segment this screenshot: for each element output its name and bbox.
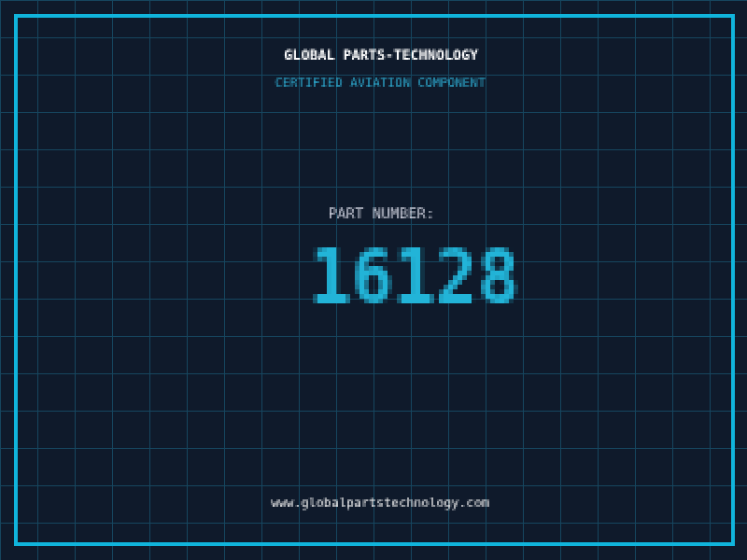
part-number-value-text-wrap-pixels <box>9 224 738 331</box>
website-url-text-wrap-pixels <box>217 492 530 512</box>
part-number-value: 16128 <box>0 224 747 331</box>
company-name: GLOBAL PARTS-TECHNOLOGY <box>0 43 747 65</box>
part-label-screen: GLOBAL PARTS-TECHNOLOGY CERTIFIED AVIATI… <box>0 0 747 560</box>
tagline-text-wrap-pixels <box>220 72 527 92</box>
website-url-text-wrap: www.globalpartstechnology.com <box>217 492 530 512</box>
part-number-label-text-wrap-pixels <box>264 202 483 224</box>
company-name-text-wrap-pixels <box>223 43 524 65</box>
tagline-text-wrap: CERTIFIED AVIATION COMPONENT <box>220 72 527 92</box>
part-number-value-text-wrap: 16128 <box>9 224 738 331</box>
company-name-text-wrap: GLOBAL PARTS-TECHNOLOGY <box>223 43 524 65</box>
part-number-label: PART NUMBER: <box>0 202 747 224</box>
website-url: www.globalpartstechnology.com <box>0 492 747 512</box>
tagline: CERTIFIED AVIATION COMPONENT <box>0 72 747 92</box>
part-number-label-text-wrap: PART NUMBER: <box>264 202 483 224</box>
